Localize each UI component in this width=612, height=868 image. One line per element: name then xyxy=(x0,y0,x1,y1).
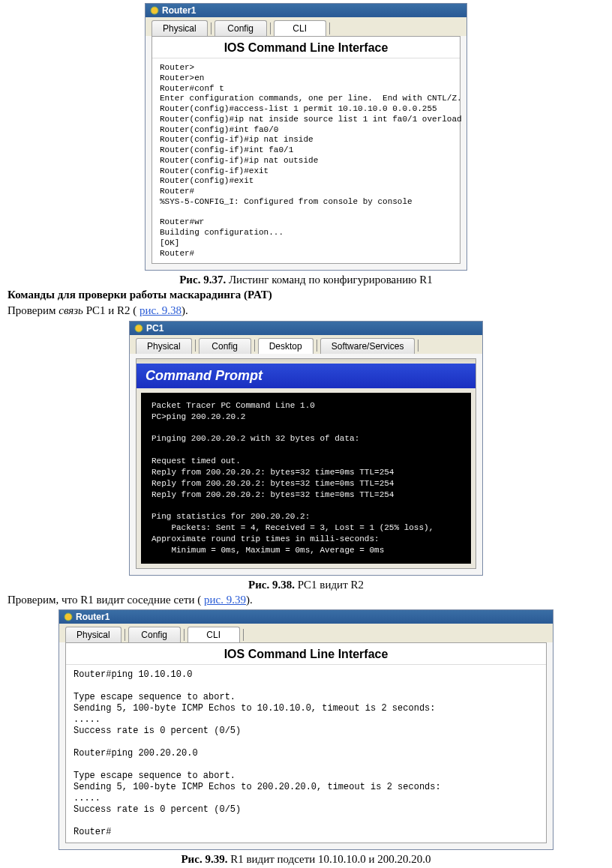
tab-separator xyxy=(329,22,330,34)
figure-938-wrap: PC1 Physical Config Desktop Software/Ser… xyxy=(0,321,612,576)
figure-label: Рис. 9.39. xyxy=(181,853,227,865)
app-icon xyxy=(64,612,73,621)
figure-label: Рис. 9.37. xyxy=(179,274,226,286)
tab-separator xyxy=(211,22,212,34)
document-page: Router1 Physical Config CLI IOS Command … xyxy=(0,3,612,868)
tab-physical[interactable]: Physical xyxy=(65,627,122,642)
paragraph-check-r1-networks: Проверим, что R1 видит соседние сети ( р… xyxy=(8,593,604,607)
tab-desktop[interactable]: Desktop xyxy=(258,338,314,354)
tab-separator xyxy=(124,629,125,641)
figure-939-caption: Рис. 9.39. R1 видит подсети 10.10.10.0 и… xyxy=(0,853,612,866)
svg-point-2 xyxy=(64,613,72,621)
tab-cli[interactable]: CLI xyxy=(188,627,240,642)
figure-937-caption: Рис. 9.37. Листинг команд по конфигуриро… xyxy=(0,274,612,286)
app-icon xyxy=(150,6,159,15)
figure-938-caption: Рис. 9.38. PC1 видит R2 xyxy=(0,579,612,591)
emphasized-word: связь xyxy=(58,304,83,316)
figure-caption-text: Листинг команд по конфигурированию R1 xyxy=(229,274,433,286)
tab-software-services[interactable]: Software/Services xyxy=(320,338,416,354)
text-fragment: Проверим xyxy=(8,304,58,316)
router1-window-939: Router1 Physical Config CLI IOS Command … xyxy=(58,609,554,850)
router1-window-937: Router1 Physical Config CLI IOS Command … xyxy=(145,3,467,271)
figure-caption-text: R1 видит подсети 10.10.10.0 и 200.20.20.… xyxy=(230,853,430,865)
command-prompt-header: Command Prompt xyxy=(136,364,476,388)
pc1-window-938: PC1 Physical Config Desktop Software/Ser… xyxy=(129,321,483,576)
text-fragment: PC1 и R2 ( xyxy=(83,304,140,316)
tab-physical[interactable]: Physical xyxy=(152,20,208,36)
command-prompt-output[interactable]: Packet Tracer PC Command Line 1.0 PC>pin… xyxy=(141,393,471,564)
figure-caption-text: PC1 видит R2 xyxy=(298,579,364,591)
text-fragment: Проверим, что R1 видит соседние сети ( xyxy=(8,594,204,606)
window-title: Router1 xyxy=(76,612,110,622)
window-title: Router1 xyxy=(162,5,196,16)
tab-cli[interactable]: CLI xyxy=(274,20,326,36)
tabs-row: Physical Config CLI xyxy=(146,17,466,36)
text-fragment: ). xyxy=(182,304,188,316)
window-title: PC1 xyxy=(146,323,164,334)
text-fragment: ). xyxy=(246,594,253,606)
figure-937-wrap: Router1 Physical Config CLI IOS Command … xyxy=(0,3,612,271)
cli-pane: IOS Command Line Interface Router#ping 1… xyxy=(65,642,547,843)
tabs-row: Physical Config CLI xyxy=(59,624,553,642)
tabs-row: Physical Config Desktop Software/Service… xyxy=(130,335,482,354)
tab-separator xyxy=(243,629,244,641)
link-fig-938[interactable]: рис. 9.38 xyxy=(140,304,182,316)
tab-separator xyxy=(195,340,196,352)
figure-label: Рис. 9.38. xyxy=(248,579,295,591)
window-titlebar: Router1 xyxy=(59,610,553,624)
desktop-pane: Command Prompt Packet Tracer PC Command … xyxy=(136,358,476,569)
tab-separator xyxy=(270,22,271,34)
cli-pane-title: IOS Command Line Interface xyxy=(152,37,460,58)
tab-separator xyxy=(316,340,317,352)
section-heading-pat: Команды для проверки работы маскарадинга… xyxy=(8,288,604,302)
tab-separator xyxy=(254,340,255,352)
figure-939-wrap: Router1 Physical Config CLI IOS Command … xyxy=(0,609,612,850)
svg-point-0 xyxy=(151,7,158,14)
paragraph-check-link-pc1-r2: Проверим связь PC1 и R2 ( рис. 9.38). xyxy=(8,304,604,318)
cli-output[interactable]: Router#ping 10.10.10.0 Type escape seque… xyxy=(66,665,546,843)
svg-point-1 xyxy=(135,325,142,332)
tab-config[interactable]: Config xyxy=(199,338,251,354)
cli-pane-title: IOS Command Line Interface xyxy=(66,643,546,665)
cli-pane: IOS Command Line Interface Router> Route… xyxy=(152,36,460,264)
app-icon xyxy=(134,324,143,333)
window-titlebar: PC1 xyxy=(130,322,482,335)
window-titlebar: Router1 xyxy=(146,4,466,17)
link-fig-939[interactable]: рис. 9.39 xyxy=(204,594,246,606)
tab-config[interactable]: Config xyxy=(128,627,181,642)
tab-config[interactable]: Config xyxy=(214,20,267,36)
tab-physical[interactable]: Physical xyxy=(136,338,192,354)
tab-separator xyxy=(418,340,418,352)
cli-output[interactable]: Router> Router>en Router#conf t Enter co… xyxy=(152,58,460,263)
tab-separator xyxy=(184,629,184,641)
